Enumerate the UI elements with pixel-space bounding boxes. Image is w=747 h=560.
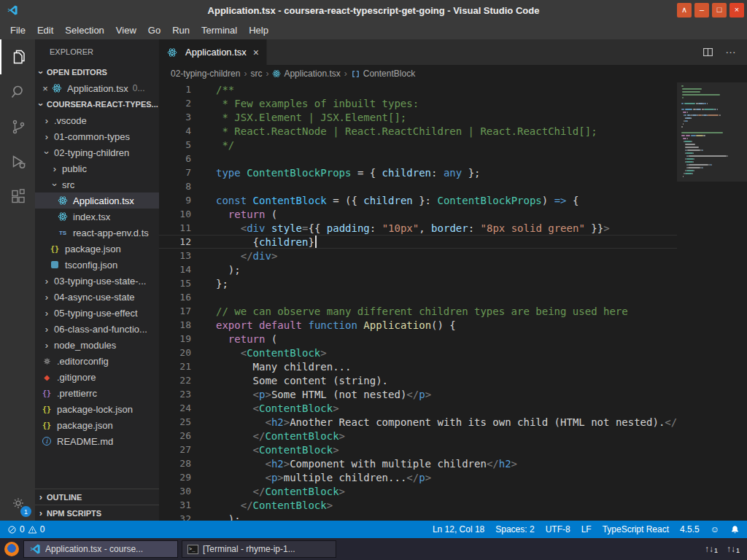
code-line-24[interactable]: 24 <ContentBlock> [159, 401, 677, 415]
code-line-2[interactable]: 2 * Few examples of inbuilt types: [159, 96, 677, 110]
menu-run[interactable]: Run [166, 25, 196, 36]
code-line-12[interactable]: 12 {children} [159, 235, 677, 249]
section-outline[interactable]: ›OUTLINE [35, 489, 159, 505]
tree-item-public[interactable]: ›public [35, 160, 159, 176]
code-line-19[interactable]: 19 return ( [159, 332, 677, 346]
code-line-28[interactable]: 28 <h2>Component with multiple children<… [159, 456, 677, 470]
breadcrumb-02-typing-children[interactable]: 02-typing-children [171, 69, 240, 79]
menu-edit[interactable]: Edit [31, 25, 59, 36]
tree-item-vscode[interactable]: ›.vscode [35, 112, 159, 128]
menu-view[interactable]: View [110, 25, 142, 36]
tree-item-tsconfig-json[interactable]: tsconfig.json [35, 257, 159, 273]
run-and-debug-icon[interactable] [0, 144, 35, 179]
notifications-bell-icon[interactable] [730, 525, 740, 534]
minimap-slider[interactable] [677, 82, 747, 182]
firefox-icon[interactable] [4, 542, 19, 556]
tree-item-editorconfig[interactable]: .editorconfig [35, 353, 159, 369]
code-line-1[interactable]: 1/** [159, 82, 677, 96]
tree-item-react-app-env-d-ts[interactable]: TSreact-app-env.d.ts [35, 225, 159, 241]
code-line-31[interactable]: 31 </ContentBlock> [159, 498, 677, 512]
code-line-25[interactable]: 25 <h2>Another React component with its … [159, 415, 677, 429]
code-line-23[interactable]: 23 <p>Some HTML (not nested)</p> [159, 387, 677, 401]
close-button[interactable]: × [729, 3, 744, 18]
eol-indicator[interactable]: LF [581, 524, 592, 534]
tree-item-package-json[interactable]: {}package.json [35, 241, 159, 257]
tree-item-gitignore[interactable]: ◆.gitignore [35, 369, 159, 385]
tree-item-04-async-use-state[interactable]: ›04-async-use-state [35, 289, 159, 305]
tree-item-index-tsx[interactable]: index.tsx [35, 209, 159, 225]
code-line-16[interactable]: 16 [159, 290, 677, 304]
menu-terminal[interactable]: Terminal [196, 25, 243, 36]
code-line-26[interactable]: 26 </ContentBlock> [159, 429, 677, 443]
menu-help[interactable]: Help [243, 25, 274, 36]
minimap[interactable] [677, 82, 747, 521]
tree-item-03-typing-use-state[interactable]: ›03-typing-use-state-... [35, 273, 159, 289]
indentation-indicator[interactable]: Spaces: 2 [495, 524, 534, 534]
code-line-13[interactable]: 13 </div> [159, 249, 677, 262]
encoding-indicator[interactable]: UTF-8 [546, 524, 570, 534]
menu-file[interactable]: File [4, 25, 31, 36]
breadcrumb-src[interactable]: src [250, 69, 262, 79]
more-actions-icon[interactable]: … [725, 43, 737, 55]
tree-item-node-modules[interactable]: ›node_modules [35, 337, 159, 353]
language-mode-indicator[interactable]: TypeScript React [603, 524, 669, 534]
roll-up-button[interactable]: ∧ [677, 3, 692, 18]
code-line-27[interactable]: 27 <ContentBlock> [159, 443, 677, 456]
code-line-3[interactable]: 3 * JSX.Element | JSX.Element[]; [159, 110, 677, 124]
tab-close-icon[interactable]: × [253, 47, 259, 58]
code-line-17[interactable]: 17// we can observe many different child… [159, 304, 677, 318]
code-line-29[interactable]: 29 <p>multiple children...</p> [159, 470, 677, 484]
code-line-30[interactable]: 30 </ContentBlock> [159, 484, 677, 498]
problems-indicator[interactable]: 00 [7, 524, 44, 534]
tab-application-tsx[interactable]: Application.tsx × [159, 39, 267, 65]
code-line-7[interactable]: 7type ContentBlockProps = { children: an… [159, 166, 677, 179]
breadcrumb-contentblock[interactable]: ContentBlock [351, 69, 415, 79]
tree-item-package-json[interactable]: {}package.json [35, 417, 159, 433]
breadcrumb-application-tsx[interactable]: Application.tsx [272, 69, 340, 79]
code-line-21[interactable]: 21 Many children... [159, 359, 677, 373]
code-line-5[interactable]: 5 */ [159, 138, 677, 152]
tree-item-05-typing-use-effect[interactable]: ›05-typing-use-effect [35, 305, 159, 321]
manage-gear-icon[interactable]: 1 [0, 486, 35, 521]
ts-version-indicator[interactable]: 4.5.5 [680, 524, 700, 534]
extensions-icon[interactable] [0, 179, 35, 214]
code-line-8[interactable]: 8 [159, 179, 677, 193]
code-line-10[interactable]: 10 return ( [159, 207, 677, 221]
code-line-20[interactable]: 20 <ContentBlock> [159, 346, 677, 359]
minimize-button[interactable]: – [694, 3, 709, 18]
pager-2[interactable]: ↑↓1 [727, 544, 740, 554]
search-icon[interactable] [0, 74, 35, 109]
tree-item-package-lock-json[interactable]: {}package-lock.json [35, 401, 159, 417]
code-line-4[interactable]: 4 * React.ReactNode | React.ReactChildre… [159, 124, 677, 138]
code-line-32[interactable]: 32 ); [159, 512, 677, 521]
taskbar-window-terminal-rhyme-ip-1[interactable]: >_[Terminal - rhyme-ip-1... [182, 540, 336, 558]
source-control-icon[interactable] [0, 109, 35, 144]
tree-item-prettierrc[interactable]: {}.prettierrc [35, 385, 159, 401]
open-editors-header[interactable]: › OPEN EDITORS [35, 64, 159, 80]
tree-item-application-tsx[interactable]: Application.tsx [35, 192, 159, 209]
section-npm-scripts[interactable]: ›NPM SCRIPTS [35, 505, 159, 521]
tree-item-06-class-and-functio[interactable]: ›06-class-and-functio... [35, 321, 159, 337]
code-line-6[interactable]: 6 [159, 152, 677, 166]
tree-item-readme-md[interactable]: iREADME.md [35, 433, 159, 449]
code-line-11[interactable]: 11 <div style={{ padding: "10px", border… [159, 221, 677, 235]
menu-selection[interactable]: Selection [59, 25, 109, 36]
open-editor-item[interactable]: ×Application.tsx0... [35, 80, 159, 96]
tree-item-src[interactable]: ›src [35, 176, 159, 192]
taskbar-window-application-tsx-course[interactable]: Application.tsx - course... [23, 540, 178, 558]
maximize-button[interactable]: □ [712, 3, 727, 18]
code-line-18[interactable]: 18export default function Application() … [159, 318, 677, 332]
root-folder-header[interactable]: › COURSERA-REACT-TYPES... [35, 96, 159, 112]
feedback-smiley-icon[interactable]: ☺ [711, 524, 719, 534]
cursor-position-indicator[interactable]: Ln 12, Col 18 [433, 524, 484, 534]
code-line-22[interactable]: 22 Some content (string). [159, 373, 677, 387]
tree-item-01-common-types[interactable]: ›01-common-types [35, 128, 159, 144]
code-line-9[interactable]: 9const ContentBlock = ({ children }: Con… [159, 193, 677, 207]
tree-item-02-typing-children[interactable]: ›02-typing-children [35, 144, 159, 160]
code-line-14[interactable]: 14 ); [159, 262, 677, 276]
pager-1[interactable]: ↑↓1 [705, 544, 718, 554]
code-line-15[interactable]: 15}; [159, 276, 677, 290]
menu-go[interactable]: Go [142, 25, 166, 36]
close-icon[interactable]: × [39, 83, 51, 94]
explorer-icon[interactable] [0, 39, 35, 74]
